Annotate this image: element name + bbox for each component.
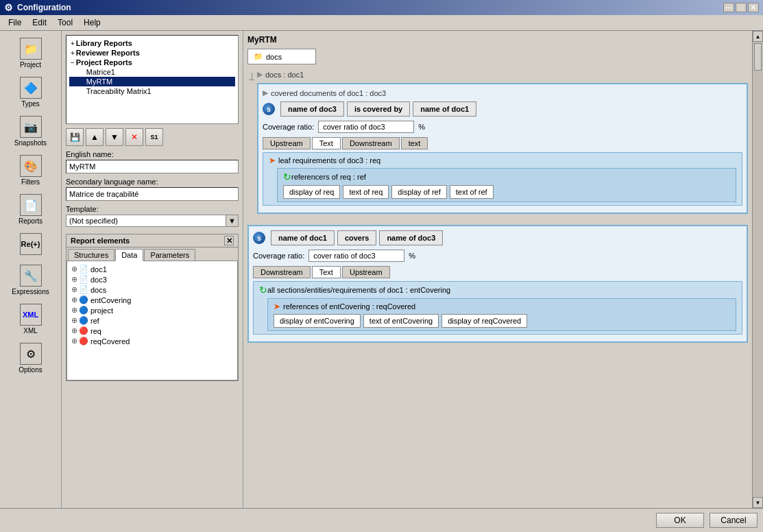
- project-label: Project: [20, 61, 41, 69]
- options-icon: ⚙: [20, 343, 42, 365]
- reports-icon: 📄: [20, 194, 42, 216]
- sidebar-item-xml[interactable]: XML XML: [7, 301, 55, 337]
- data-item-ref[interactable]: ⊕ 🔵 ref: [70, 315, 234, 326]
- menu-help[interactable]: Help: [78, 16, 106, 29]
- extra-button[interactable]: S1: [145, 128, 163, 146]
- ref-arrow: ↻: [283, 171, 291, 182]
- tab-data[interactable]: Data: [115, 249, 143, 261]
- data-item-project[interactable]: ⊕ 🔵 project: [70, 305, 234, 315]
- traceability-label: Traceability Matrix1: [86, 87, 152, 95]
- bottom-bar: OK Cancel: [0, 508, 763, 532]
- cell-text-ref[interactable]: text of ref: [450, 185, 494, 199]
- cell-text-req[interactable]: text of req: [343, 185, 389, 199]
- secondary-name-input[interactable]: [66, 187, 239, 201]
- arrow-icon-2: ▶: [263, 88, 268, 97]
- right-scrollbar[interactable]: ▲ ▼: [752, 31, 763, 508]
- data-item-doc3-label: doc3: [90, 276, 107, 284]
- section2-tab-upstream[interactable]: Upstream: [342, 266, 390, 278]
- template-select[interactable]: (Not specified) ▼: [66, 215, 239, 227]
- ref-label: referencers of req : ref: [291, 173, 366, 181]
- english-name-input[interactable]: [66, 160, 239, 173]
- report-elements-panel: Report elements ✕ Structures Data Parame…: [66, 234, 239, 381]
- section1-tabs: Upstream Text Downstream text: [263, 137, 742, 149]
- cell-text-entcovering[interactable]: text of entCovering: [363, 314, 439, 328]
- tree-item-library-reports[interactable]: + Library Reports: [69, 38, 235, 48]
- report-elements-close-button[interactable]: ✕: [224, 236, 234, 245]
- cell-display-ref[interactable]: display of ref: [391, 185, 446, 199]
- spacer: [83, 69, 85, 76]
- snapshots-icon: 📷: [20, 116, 42, 138]
- minimize-button[interactable]: —: [723, 3, 734, 12]
- library-reports-label: Library Reports: [76, 39, 132, 47]
- template-dropdown-arrow[interactable]: ▼: [226, 215, 238, 226]
- close-button[interactable]: ✕: [748, 3, 759, 12]
- sidebar-item-types[interactable]: 🔷 Types: [7, 74, 55, 110]
- matrice1-label: Matrice1: [86, 68, 115, 76]
- myrtm-title: MyRTM: [247, 35, 748, 45]
- menu-edit[interactable]: Edit: [27, 16, 52, 29]
- tab-structures[interactable]: Structures: [68, 249, 114, 261]
- sidebar-item-snapshots[interactable]: 📷 Snapshots: [7, 113, 55, 149]
- tree-item-myrtm[interactable]: MyRTM: [69, 77, 235, 86]
- tree-item-project-reports[interactable]: − Project Reports: [69, 58, 235, 67]
- sidebar-item-options[interactable]: ⚙ Options: [7, 340, 55, 376]
- section1-coverage-input[interactable]: cover ratio of doc3: [318, 121, 414, 133]
- section2-tab-text[interactable]: Text: [312, 266, 341, 278]
- down-button[interactable]: ▼: [106, 128, 123, 146]
- tree-item-reviewer-reports[interactable]: + Reviewer Reports: [69, 48, 235, 58]
- section2-coverage-input[interactable]: cover ratio of doc3: [308, 250, 404, 262]
- project-icon: 📁: [20, 38, 42, 60]
- report-elements-title: Report elements: [71, 237, 130, 245]
- report-elements-tabs: Structures Data Parameters: [66, 247, 238, 261]
- leaf-req-label: leaf requirements of doc3 : req: [278, 156, 380, 165]
- filters-icon: 🎨: [20, 155, 42, 177]
- menu-tool[interactable]: Tool: [52, 16, 78, 29]
- myrtm-label: MyRTM: [86, 77, 112, 86]
- section2-tab-downstream[interactable]: Downstream: [253, 266, 311, 278]
- cancel-button[interactable]: Cancel: [710, 513, 758, 528]
- cell-display-entcovering[interactable]: display of entCovering: [274, 314, 361, 328]
- reviewer-reports-label: Reviewer Reports: [76, 49, 140, 57]
- data-item-docs[interactable]: ⊕ 📄 docs: [70, 285, 234, 295]
- scroll-down-button[interactable]: ▼: [753, 497, 763, 508]
- cell-display-reqcovered[interactable]: display of reqCovered: [441, 314, 527, 328]
- expand-icon: +: [71, 49, 75, 57]
- section2-col2: covers: [337, 230, 376, 245]
- tree-panel: + Library Reports + Reviewer Reports − P…: [62, 31, 243, 508]
- section1-tab-downstream[interactable]: Downstream: [342, 137, 400, 149]
- section1-tab-upstream[interactable]: Upstream: [263, 137, 311, 149]
- right-content: MyRTM 📁 docs ▶ docs: [243, 31, 752, 508]
- section1-tab-text[interactable]: Text: [312, 137, 341, 149]
- data-item-reqcovered[interactable]: ⊕ 🔴 reqCovered: [70, 336, 234, 346]
- sidebar-item-project[interactable]: 📁 Project: [7, 35, 55, 71]
- covered-docs-label: covered documents of doc1 : doc3: [271, 89, 386, 97]
- tab-parameters[interactable]: Parameters: [144, 249, 195, 261]
- arrow-icon-1: ▶: [257, 70, 263, 79]
- sidebar-item-re[interactable]: Re(+): [7, 230, 55, 259]
- section1-container-wrapper: ▶ docs : doc1 ▶ covered documents of doc…: [257, 70, 748, 221]
- sidebar-item-filters[interactable]: 🎨 Filters: [7, 152, 55, 189]
- section2-container: s name of doc1 covers name of doc3 Cover…: [247, 225, 748, 343]
- menu-file[interactable]: File: [3, 16, 27, 29]
- data-item-doc3[interactable]: ⊕ 📄 doc3: [70, 274, 234, 285]
- maximize-button[interactable]: □: [736, 3, 747, 12]
- xml-label: XML: [23, 327, 38, 335]
- sidebar-item-expressions[interactable]: 🔧 Expressions: [7, 262, 55, 298]
- up-button[interactable]: ▲: [86, 128, 104, 146]
- save-button[interactable]: 💾: [66, 128, 84, 146]
- delete-button[interactable]: ✕: [125, 128, 143, 146]
- tree-item-matrice1[interactable]: Matrice1: [69, 67, 235, 77]
- scroll-up-button[interactable]: ▲: [753, 31, 763, 42]
- section1-tab-text2[interactable]: text: [401, 137, 428, 149]
- tree-item-traceability[interactable]: Traceability Matrix1: [69, 86, 235, 96]
- scroll-thumb[interactable]: [754, 43, 762, 71]
- data-item-entcovering[interactable]: ⊕ 🔵 entCovering: [70, 295, 234, 305]
- data-item-req[interactable]: ⊕ 🔴 req: [70, 326, 234, 336]
- data-item-doc1[interactable]: ⊕ 📄 doc1: [70, 264, 234, 274]
- section2-col1: name of doc1: [271, 230, 335, 245]
- title-bar: ⚙ Configuration — □ ✕: [0, 0, 763, 15]
- ok-button[interactable]: OK: [656, 513, 704, 528]
- sidebar-item-reports[interactable]: 📄 Reports: [7, 191, 55, 228]
- cell-display-req[interactable]: display of req: [283, 185, 340, 199]
- tree-container[interactable]: + Library Reports + Reviewer Reports − P…: [66, 35, 239, 124]
